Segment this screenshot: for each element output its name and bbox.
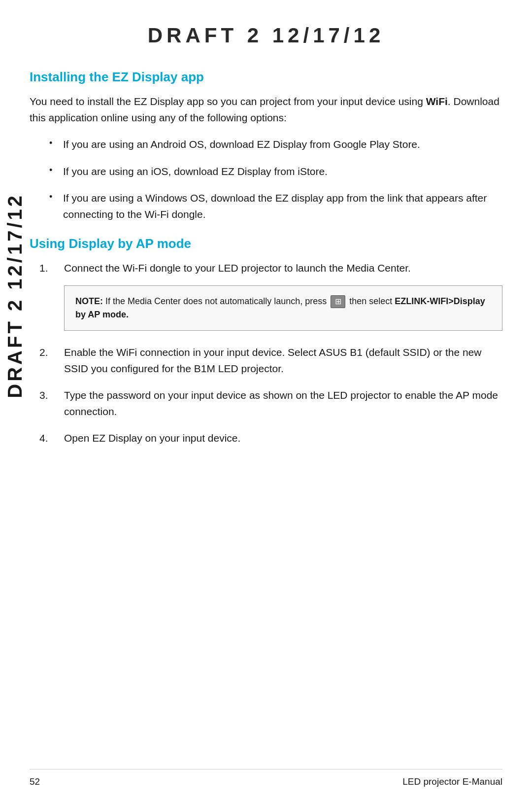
note-label: NOTE: — [75, 296, 103, 306]
note-ezlink-bold: EZLINK-WIFI>Display by AP mode. — [75, 296, 485, 319]
page-header: DRAFT 2 12/17/12 — [30, 10, 502, 65]
note-text: NOTE: If the Media Center does not autom… — [75, 295, 491, 321]
step-4: 4. Open EZ Display on your input device. — [39, 430, 502, 447]
step-2-num: 2. — [39, 345, 48, 361]
step-3: 3. Type the password on your input devic… — [39, 387, 502, 419]
ez-display-bold-2: EZ Display — [221, 166, 271, 177]
asus-b1-bold: ASUS B1 — [319, 347, 363, 358]
bullet-item-windows: If you are using a Windows OS, download … — [49, 190, 502, 222]
section1-intro: You need to install the EZ Display app s… — [30, 94, 502, 126]
step-1: 1. Connect the Wi-Fi dongle to your LED … — [39, 260, 502, 331]
side-watermark: DRAFT 2 12/17/12 — [0, 99, 30, 493]
numbered-list: 1. Connect the Wi-Fi dongle to your LED … — [39, 260, 502, 447]
section1-heading: Installing the EZ Display app — [30, 70, 502, 85]
section2-heading: Using Display by AP mode — [30, 236, 502, 251]
menu-icon — [331, 295, 345, 308]
ez-display-bold-1: EZ Display — [257, 139, 307, 150]
step-3-num: 3. — [39, 387, 48, 404]
bullet-list: If you are using an Android OS, download… — [49, 137, 502, 222]
note-box: NOTE: If the Media Center does not autom… — [64, 285, 502, 331]
side-draft-text: DRAFT 2 12/17/12 — [4, 193, 26, 398]
wifi-bold: WiFi — [426, 96, 448, 107]
footer-manual-title: LED projector E-Manual — [402, 776, 502, 787]
step-1-num: 1. — [39, 260, 48, 277]
page-container: DRAFT 2 12/17/12 DRAFT 2 12/17/12 Instal… — [0, 0, 532, 802]
footer-page-number: 52 — [30, 776, 40, 787]
content-area: DRAFT 2 12/17/12 Installing the EZ Displ… — [30, 0, 502, 447]
step-4-num: 4. — [39, 430, 48, 447]
bullet-item-ios: If you are using an iOS, download EZ Dis… — [49, 164, 502, 180]
step-2: 2. Enable the WiFi connection in your in… — [39, 345, 502, 377]
ez-display-bold-3: EZ Display — [92, 432, 142, 444]
bullet-item-android: If you are using an Android OS, download… — [49, 137, 502, 153]
page-footer: 52 LED projector E-Manual — [30, 769, 502, 787]
